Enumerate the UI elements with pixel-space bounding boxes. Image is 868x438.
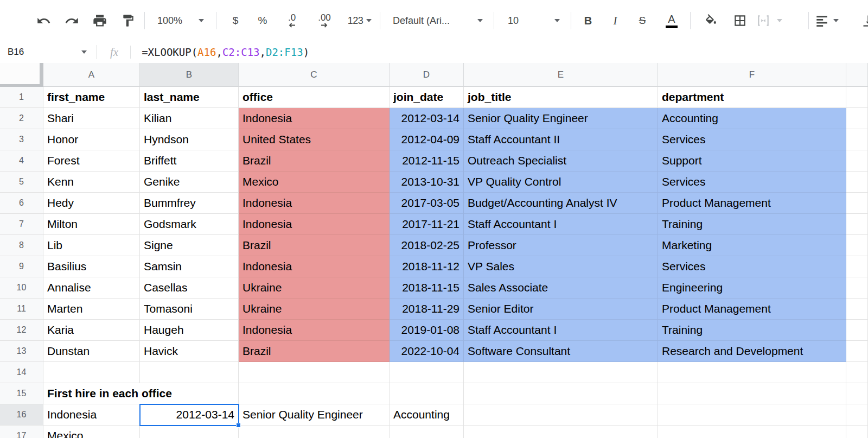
cell-G16[interactable] bbox=[846, 404, 868, 426]
cell-G11[interactable] bbox=[846, 299, 868, 320]
cell-G17[interactable] bbox=[846, 426, 868, 438]
cell-C4[interactable]: Brazil bbox=[239, 150, 390, 172]
cell-B5[interactable]: Genike bbox=[140, 172, 239, 193]
undo-button[interactable] bbox=[30, 10, 56, 31]
cell-D16[interactable]: Accounting bbox=[390, 404, 464, 426]
cell-F8[interactable]: Marketing bbox=[658, 235, 846, 256]
cell-C10[interactable]: Ukraine bbox=[239, 277, 390, 299]
cell-E7[interactable]: Staff Accountant I bbox=[464, 214, 658, 235]
cell-C16[interactable]: Senior Quality Engineer bbox=[239, 404, 390, 426]
more-formats-button[interactable]: 123 bbox=[343, 10, 376, 31]
cell-B13[interactable]: Havick bbox=[140, 341, 239, 362]
row-header-17[interactable]: 17 bbox=[0, 426, 43, 438]
cell-C8[interactable]: Brazil bbox=[239, 235, 390, 256]
cell-B6[interactable]: Bummfrey bbox=[140, 193, 239, 214]
cell-E14[interactable] bbox=[464, 362, 658, 383]
cell-B17[interactable] bbox=[140, 426, 239, 438]
column-header-C[interactable]: C bbox=[239, 63, 390, 87]
cell-G5[interactable] bbox=[846, 172, 868, 193]
cell-A5[interactable]: Kenn bbox=[43, 172, 140, 193]
row-header-15[interactable]: 15 bbox=[0, 383, 43, 404]
print-button[interactable] bbox=[87, 10, 113, 31]
cell-A10[interactable]: Annalise bbox=[43, 277, 140, 299]
fill-handle[interactable] bbox=[236, 423, 241, 428]
cell-C17[interactable] bbox=[239, 426, 390, 438]
cell-D12[interactable]: 2019-01-08 bbox=[390, 320, 464, 341]
row-header-4[interactable]: 4 bbox=[0, 150, 43, 172]
cell-C3[interactable]: United States bbox=[239, 129, 390, 150]
cell-E16[interactable] bbox=[464, 404, 658, 426]
cell-E2[interactable]: Senior Quality Engineer bbox=[464, 108, 658, 129]
cell-F7[interactable]: Training bbox=[658, 214, 846, 235]
cell-F17[interactable] bbox=[658, 426, 846, 438]
cell-F3[interactable]: Services bbox=[658, 129, 846, 150]
cell-D1[interactable]: join_date bbox=[390, 87, 464, 108]
cell-G15[interactable] bbox=[846, 383, 868, 404]
cell-B8[interactable]: Signe bbox=[140, 235, 239, 256]
cell-G3[interactable] bbox=[846, 129, 868, 150]
cell-D14[interactable] bbox=[390, 362, 464, 383]
text-color-button[interactable]: A bbox=[660, 10, 684, 31]
borders-button[interactable] bbox=[727, 10, 753, 31]
horizontal-align-button[interactable] bbox=[815, 10, 848, 31]
cell-B12[interactable]: Haugeh bbox=[140, 320, 239, 341]
cell-G2[interactable] bbox=[846, 108, 868, 129]
cell-C14[interactable] bbox=[239, 362, 390, 383]
row-header-3[interactable]: 3 bbox=[0, 129, 43, 150]
cell-E11[interactable]: Senior Editor bbox=[464, 299, 658, 320]
cell-E4[interactable]: Outreach Specialist bbox=[464, 150, 658, 172]
cell-D2[interactable]: 2012-03-14 bbox=[390, 108, 464, 129]
cell-G9[interactable] bbox=[846, 256, 868, 277]
fill-color-button[interactable] bbox=[698, 10, 724, 31]
cell-F15[interactable] bbox=[658, 383, 846, 404]
cell-F5[interactable]: Services bbox=[658, 172, 846, 193]
cell-A17[interactable]: Mexico bbox=[43, 426, 140, 438]
cell-C15[interactable] bbox=[239, 383, 390, 404]
column-header-F[interactable]: F bbox=[658, 63, 846, 87]
cell-G4[interactable] bbox=[846, 150, 868, 172]
font-select[interactable]: Default (Ari... bbox=[387, 10, 488, 31]
cell-A13[interactable]: Dunstan bbox=[43, 341, 140, 362]
cell-E1[interactable]: job_title bbox=[464, 87, 658, 108]
cell-D4[interactable]: 2012-11-15 bbox=[390, 150, 464, 172]
row-header-16[interactable]: 16 bbox=[0, 404, 43, 426]
cell-E9[interactable]: VP Sales bbox=[464, 256, 658, 277]
merge-cells-button[interactable] bbox=[756, 10, 796, 31]
cell-D10[interactable]: 2018-11-15 bbox=[390, 277, 464, 299]
cell-G6[interactable] bbox=[846, 193, 868, 214]
cell-F11[interactable]: Product Management bbox=[658, 299, 846, 320]
cell-A15[interactable]: First hire in each office bbox=[43, 383, 239, 404]
row-header-5[interactable]: 5 bbox=[0, 172, 43, 193]
cell-F6[interactable]: Product Management bbox=[658, 193, 846, 214]
column-header-E[interactable]: E bbox=[464, 63, 658, 87]
cell-A12[interactable]: Karia bbox=[43, 320, 140, 341]
select-all-corner[interactable] bbox=[0, 63, 43, 87]
cell-G7[interactable] bbox=[846, 214, 868, 235]
zoom-select[interactable]: 100% bbox=[153, 10, 208, 31]
cell-F12[interactable]: Training bbox=[658, 320, 846, 341]
cell-B16[interactable]: 2012-03-14 bbox=[140, 404, 239, 426]
cell-G13[interactable] bbox=[846, 341, 868, 362]
row-header-10[interactable]: 10 bbox=[0, 277, 43, 299]
cell-E3[interactable]: Staff Accountant II bbox=[464, 129, 658, 150]
name-box[interactable]: B16 bbox=[0, 41, 97, 63]
cell-F2[interactable]: Accounting bbox=[658, 108, 846, 129]
column-header-G[interactable] bbox=[846, 63, 868, 87]
cell-F13[interactable]: Research and Development bbox=[658, 341, 846, 362]
cell-E12[interactable]: Staff Accountant I bbox=[464, 320, 658, 341]
cell-D7[interactable]: 2017-11-21 bbox=[390, 214, 464, 235]
cell-C12[interactable]: Indonesia bbox=[239, 320, 390, 341]
cell-F14[interactable] bbox=[658, 362, 846, 383]
cell-A4[interactable]: Forest bbox=[43, 150, 140, 172]
format-percent-button[interactable]: % bbox=[251, 10, 275, 31]
cell-F10[interactable]: Engineering bbox=[658, 277, 846, 299]
format-currency-button[interactable]: $ bbox=[224, 10, 247, 31]
redo-button[interactable] bbox=[59, 10, 85, 31]
cell-C6[interactable]: Indonesia bbox=[239, 193, 390, 214]
row-header-6[interactable]: 6 bbox=[0, 193, 43, 214]
cell-F1[interactable]: department bbox=[658, 87, 846, 108]
column-header-A[interactable]: A bbox=[43, 63, 140, 87]
cell-E17[interactable] bbox=[464, 426, 658, 438]
cell-B2[interactable]: Kilian bbox=[140, 108, 239, 129]
row-header-12[interactable]: 12 bbox=[0, 320, 43, 341]
